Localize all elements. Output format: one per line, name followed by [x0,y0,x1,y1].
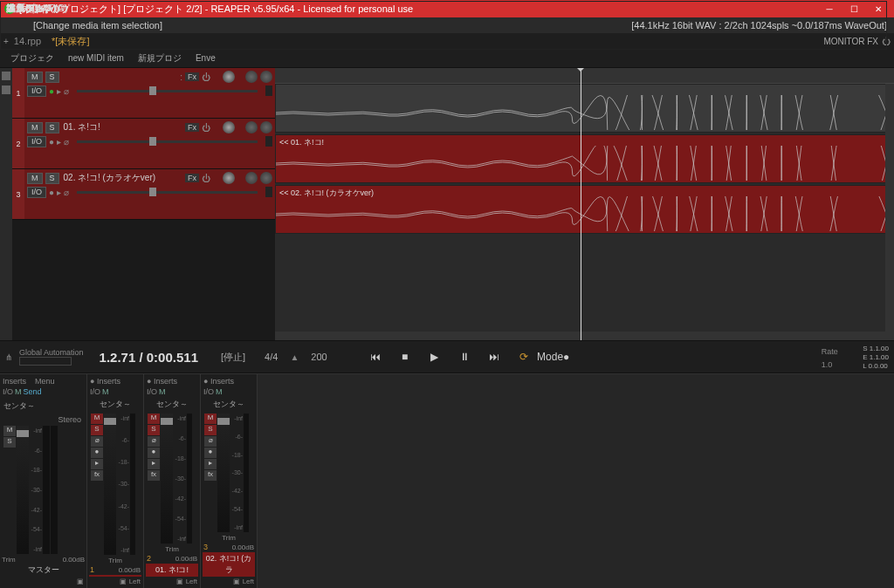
volume-fader[interactable] [77,191,258,194]
io-button[interactable]: I/O [203,387,214,396]
trim-label[interactable]: Trim [89,557,141,564]
play-button[interactable]: ▶ [423,347,446,366]
volume-fader[interactable] [217,414,230,532]
edit-cursor[interactable] [581,68,581,340]
track-row[interactable]: 3 M S 02. ネ!コ! (カラオケver) Fx ⏻ [12,169,275,220]
width-knob[interactable] [260,121,272,133]
toolbar-envelope[interactable]: Enve [190,51,221,65]
selection-length[interactable]: L 0.0.00 [863,362,889,370]
fx-power-icon[interactable]: ⏻ [202,123,210,133]
record-mode-button[interactable]: Mode ● [542,347,565,366]
pan-display[interactable]: センタ～ [146,397,198,412]
stop-button[interactable]: ■ [394,347,416,366]
v-scrollbar[interactable] [885,84,894,332]
phase-button[interactable]: ⌀ [91,436,103,447]
io-button[interactable]: I/O [3,387,13,396]
track-name[interactable]: 02. ネ!コ! (カラオケver) [62,172,182,184]
arrange-view[interactable]: << 01. ネ!コ! << 02. ネ!コ! (カラオケver) [275,68,894,340]
mixer-strip[interactable]: ● Inserts I/O M センタ～ M S ⌀ ● ▸ fx -inf-6… [201,374,258,588]
solo-button[interactable]: S [45,122,59,133]
phase-button[interactable]: ⌀ [148,436,160,447]
track-number[interactable]: 3 [12,169,24,219]
repeat-button[interactable]: ⟳ [512,347,535,366]
recmon-icon[interactable]: ● [49,86,54,96]
solo-button[interactable]: S [91,425,103,435]
io-button[interactable]: I/O [27,136,46,147]
toolbar-newproj[interactable]: 新規プロジ [133,51,187,66]
master-mute[interactable]: M [3,426,16,436]
trim-label[interactable]: Trim [203,534,255,542]
mono-button[interactable]: M [15,387,22,396]
mixer-strip[interactable]: ● Inserts I/O M センタ～ M S ⌀ ● ▸ fx -inf-6… [144,374,201,588]
send-label[interactable]: Send [24,387,42,396]
fx-button[interactable]: Fx [185,123,199,132]
record-arm-button[interactable] [223,172,235,184]
recmode-icon[interactable]: ▸ [57,137,61,147]
solo-button[interactable]: S [45,72,59,83]
recarm-button[interactable]: ● [148,448,160,458]
recmon-button[interactable]: ▸ [148,459,160,469]
time-display[interactable]: 1.2.71 / 0:00.511 [91,350,207,365]
master-solo[interactable]: S [3,437,16,448]
volume-fader[interactable] [77,90,258,92]
rate-knob[interactable] [840,345,856,360]
fx-button[interactable]: fx [148,470,160,481]
recarm-button[interactable]: ● [204,448,217,458]
trim-label[interactable]: Trim [146,545,198,553]
track-number[interactable]: 1 [12,68,24,118]
h-scrollbar[interactable] [275,332,894,340]
track-name[interactable]: 01. ネ!コ! [146,564,198,577]
menu-help[interactable]: ヘルプ(H) [0,1,887,50]
time-signature[interactable]: 4/4 [259,352,283,362]
mixer-strip[interactable]: ● Inserts I/O M センタ～ M S ⌀ ● ▸ fx -inf-6… [87,374,144,588]
inserts-label[interactable]: Inserts [210,377,234,386]
mute-button[interactable]: M [27,122,43,133]
fx-button[interactable]: fx [91,470,103,481]
track-row[interactable]: 1 M S : Fx ⏻ [12,68,275,119]
goto-end-button[interactable]: ⏭ [483,347,505,366]
phase-icon[interactable]: ⌀ [64,86,69,96]
io-button[interactable]: I/O [27,187,46,198]
toolbar-project[interactable]: プロジェク [5,51,59,66]
mute-button[interactable]: M [204,414,217,424]
mute-button[interactable]: M [27,72,43,83]
inserts-label[interactable]: Inserts [97,377,120,386]
recmon-icon[interactable]: ● [49,137,54,147]
pan-knob[interactable] [245,172,258,184]
automation-mode[interactable] [19,357,72,366]
folder-icon[interactable]: ▣ [77,578,84,585]
input-label[interactable]: Left [243,578,254,585]
metronome-icon[interactable]: ▲ [290,352,299,362]
tcp-icon-1[interactable] [2,72,10,80]
tempo-display[interactable]: 200 [306,352,332,362]
pan-knob[interactable] [72,399,83,409]
inserts-label[interactable]: Inserts [154,377,177,386]
width-knob[interactable] [260,71,272,83]
mute-button[interactable]: M [27,173,43,184]
fx-button[interactable]: Fx [185,174,199,182]
pan-display[interactable]: センタ～ [89,397,141,412]
recmon-button[interactable]: ▸ [91,459,103,469]
recmon-icon[interactable]: ● [49,188,54,197]
volume-fader[interactable] [161,414,173,544]
fx-button[interactable]: Fx [185,72,199,81]
io-button[interactable]: I/O [147,387,157,396]
phase-icon[interactable]: ⌀ [64,188,69,197]
io-button[interactable]: I/O [90,387,100,396]
fx-in-icon[interactable]: ● [90,377,94,386]
goto-start-button[interactable]: ⏮ [364,347,387,366]
mixer-master-strip[interactable]: Inserts Menu I/O M Send センタ～ Stereo MS -… [0,374,87,588]
mute-button[interactable]: M [91,414,103,424]
fx-in-icon[interactable]: ● [203,377,208,386]
mono-button[interactable]: M [216,387,223,396]
track-number[interactable]: 2 [12,119,24,168]
volume-fader[interactable] [104,414,116,555]
folder-icon[interactable]: ▣ [233,578,240,585]
solo-button[interactable]: S [204,425,217,435]
db-readout[interactable]: 0.00dB [63,556,85,564]
selection-start[interactable]: S 1.1.00 [863,345,889,352]
recmode-icon[interactable]: ▸ [57,86,61,96]
automation-icon[interactable]: ⋔ [5,352,12,362]
solo-button[interactable]: S [148,425,160,435]
width-knob[interactable] [260,172,272,184]
